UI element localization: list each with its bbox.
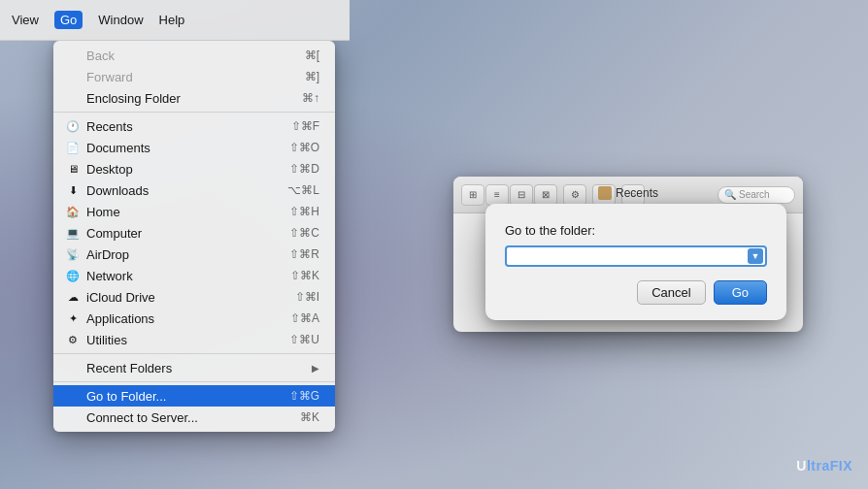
recents-icon: 🕐 <box>65 118 81 134</box>
applications-icon: ✦ <box>65 310 81 326</box>
utilities-icon: ⚙ <box>65 332 81 347</box>
menu-item-view[interactable]: View <box>12 13 39 27</box>
go-button[interactable]: Go <box>714 280 767 305</box>
downloads-icon: ⬇ <box>65 182 81 198</box>
menu-recent-folders-label: Recent Folders <box>86 361 172 375</box>
home-icon: 🏠 <box>65 204 81 219</box>
toolbar-view-buttons: ⊞ ≡ ⊟ ⊠ <box>461 184 557 206</box>
arrow-icon: ▶ <box>312 363 319 374</box>
menu-utilities-label: Utilities <box>86 333 127 347</box>
menu-applications-label: Applications <box>86 311 154 326</box>
menu-icloud[interactable]: ☁ iCloud Drive ⇧⌘I <box>53 286 335 308</box>
icloud-icon: ☁ <box>65 289 81 305</box>
goto-folder-input[interactable] <box>505 245 767 267</box>
separator-1 <box>53 112 335 113</box>
menu-downloads-label: Downloads <box>86 183 149 198</box>
finder-search[interactable]: 🔍 Search <box>718 186 795 204</box>
menu-home-label: Home <box>86 205 120 219</box>
menu-item-window[interactable]: Window <box>98 13 143 27</box>
menu-desktop-label: Desktop <box>86 162 133 177</box>
recents-folder-icon <box>598 186 612 200</box>
menu-bar: View Go Window Help <box>0 0 350 41</box>
search-placeholder: Search <box>739 189 770 200</box>
menu-enclosing-label: Enclosing Folder <box>86 91 181 106</box>
enclosing-icon <box>65 90 81 106</box>
toolbar-action-btn[interactable]: ⚙ <box>563 184 586 206</box>
finder-title-text: Recents <box>616 186 658 200</box>
menu-connect-server[interactable]: Connect to Server... ⌘K <box>53 407 335 428</box>
menu-home[interactable]: 🏠 Home ⇧⌘H <box>53 201 335 222</box>
connect-server-icon <box>65 409 81 425</box>
menu-item-go[interactable]: Go <box>54 11 83 29</box>
goto-dialog-buttons: Cancel Go <box>505 280 767 305</box>
menu-desktop[interactable]: 🖥 Desktop ⇧⌘D <box>53 158 335 179</box>
menu-network[interactable]: 🌐 Network ⇧⌘K <box>53 265 335 286</box>
documents-icon: 📄 <box>65 140 81 155</box>
menu-back[interactable]: Back ⌘[ <box>53 45 335 66</box>
menu-recents[interactable]: 🕐 Recents ⇧⌘F <box>53 115 335 137</box>
menu-documents-label: Documents <box>86 141 150 155</box>
menu-goto-folder[interactable]: Go to Folder... ⇧⌘G <box>53 385 335 407</box>
cancel-button[interactable]: Cancel <box>637 280 705 305</box>
separator-3 <box>53 381 335 382</box>
finder-title: Recents <box>598 186 658 200</box>
goto-input-wrapper: ▼ <box>505 245 767 267</box>
separator-2 <box>53 353 335 354</box>
airdrop-icon: 📡 <box>65 246 81 262</box>
back-icon <box>65 48 81 63</box>
menu-applications[interactable]: ✦ Applications ⇧⌘A <box>53 308 335 329</box>
goto-folder-dialog: Go to the folder: ▼ Cancel Go <box>485 204 786 320</box>
menu-forward-label: Forward <box>86 70 133 84</box>
go-menu-dropdown: Back ⌘[ Forward ⌘] Enclosing Folder ⌘↑ 🕐… <box>53 41 335 432</box>
menu-enclosing[interactable]: Enclosing Folder ⌘↑ <box>53 87 335 109</box>
menu-utilities[interactable]: ⚙ Utilities ⇧⌘U <box>53 329 335 350</box>
goto-folder-icon <box>65 388 81 404</box>
menu-airdrop[interactable]: 📡 AirDrop ⇧⌘R <box>53 244 335 265</box>
toolbar-view-list-btn[interactable]: ≡ <box>485 184 509 206</box>
recent-folders-icon <box>65 360 81 375</box>
menu-airdrop-label: AirDrop <box>86 247 129 262</box>
network-icon: 🌐 <box>65 268 81 283</box>
menu-computer[interactable]: 💻 Computer ⇧⌘C <box>53 222 335 244</box>
menu-goto-folder-label: Go to Folder... <box>86 389 166 404</box>
menu-back-label: Back <box>86 49 115 63</box>
menu-recent-folders[interactable]: Recent Folders ▶ <box>53 357 335 378</box>
desktop-icon: 🖥 <box>65 161 81 177</box>
chevron-down-icon: ▼ <box>748 248 763 264</box>
menu-network-label: Network <box>86 269 133 283</box>
toolbar-view-gallery-btn[interactable]: ⊠ <box>534 184 557 206</box>
menu-documents[interactable]: 📄 Documents ⇧⌘O <box>53 137 335 158</box>
menu-connect-server-label: Connect to Server... <box>86 410 198 425</box>
menu-icloud-label: iCloud Drive <box>86 290 155 305</box>
search-icon: 🔍 <box>724 189 736 200</box>
menu-computer-label: Computer <box>86 226 142 241</box>
watermark-u: U <box>796 458 807 473</box>
toolbar-view-icon-btn[interactable]: ⊞ <box>461 184 484 206</box>
menu-forward[interactable]: Forward ⌘] <box>53 66 335 87</box>
menu-item-help[interactable]: Help <box>159 13 185 27</box>
goto-dialog-title: Go to the folder: <box>505 223 767 238</box>
watermark: UltraFIX <box>796 458 852 473</box>
menu-recents-label: Recents <box>86 119 133 134</box>
toolbar-view-column-btn[interactable]: ⊟ <box>510 184 533 206</box>
menu-downloads[interactable]: ⬇ Downloads ⌥⌘L <box>53 179 335 201</box>
computer-icon: 💻 <box>65 225 81 241</box>
watermark-brand: ltraFIX <box>807 458 852 473</box>
forward-icon <box>65 69 81 84</box>
